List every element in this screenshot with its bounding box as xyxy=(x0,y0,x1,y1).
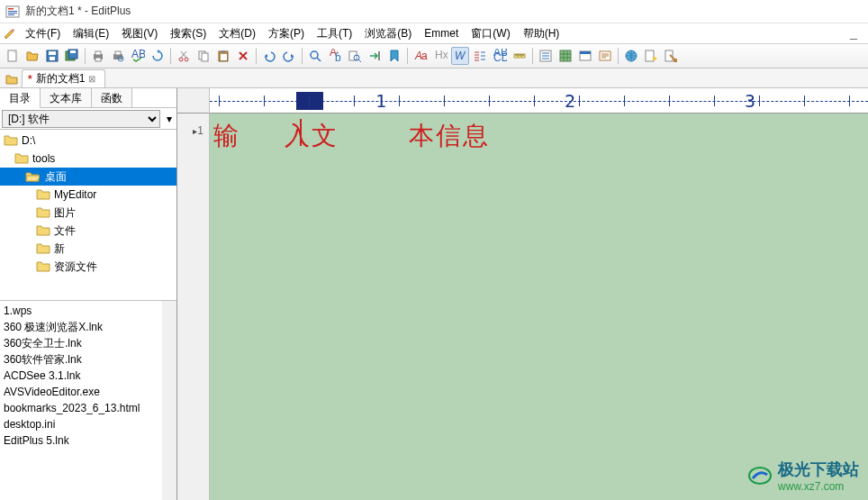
char-button[interactable]: ABCD xyxy=(491,47,509,65)
file-item[interactable]: EditPlus 5.lnk xyxy=(4,432,173,449)
replace-button[interactable]: Ab xyxy=(326,47,344,65)
file-item[interactable]: 360安全卫士.lnk xyxy=(4,335,173,351)
toolbar: ABC Ab Aa Hx W ABCD xyxy=(0,43,868,68)
svg-rect-25 xyxy=(221,54,227,60)
tab-close-button[interactable]: ⊠ xyxy=(88,74,99,85)
print-button[interactable] xyxy=(89,47,107,65)
editor-main: 1 2 3 输 入文 本信息 xyxy=(210,88,868,500)
paste-button[interactable] xyxy=(214,47,232,65)
tree-item[interactable]: MyEditor xyxy=(0,186,176,204)
ruler-selection xyxy=(296,92,323,110)
output-button[interactable] xyxy=(596,47,614,65)
menu-window[interactable]: 窗口(W) xyxy=(466,25,515,42)
minimize-button[interactable]: _ xyxy=(846,25,861,40)
folder-icon xyxy=(14,152,29,165)
menu-emmet[interactable]: Emmet xyxy=(419,26,464,41)
drive-selector-row: [D:] 软件 ▾ xyxy=(0,108,176,130)
hex-button[interactable]: Hx xyxy=(431,47,449,65)
watermark-url: www.xz7.com xyxy=(778,480,859,493)
tree-item-root[interactable]: D:\ xyxy=(0,132,176,150)
tree-item[interactable]: tools xyxy=(0,150,176,168)
text-editor[interactable]: 输 入文 本信息 xyxy=(210,114,868,500)
indent-button[interactable] xyxy=(471,47,489,65)
spellcheck-button[interactable]: ABC xyxy=(129,47,147,65)
menu-edit[interactable]: 编辑(E) xyxy=(68,25,114,42)
save-button[interactable] xyxy=(43,47,61,65)
svg-rect-13 xyxy=(95,51,101,55)
redo-button[interactable] xyxy=(280,47,298,65)
file-item[interactable]: 360 极速浏览器X.lnk xyxy=(4,319,173,335)
delete-button[interactable] xyxy=(234,47,252,65)
goto-button[interactable] xyxy=(366,47,384,65)
watermark: 极光下载站 www.xz7.com xyxy=(747,459,859,493)
horizontal-ruler[interactable]: 1 2 3 xyxy=(210,88,868,114)
menu-tool[interactable]: 工具(T) xyxy=(312,25,357,42)
cut-button[interactable] xyxy=(175,47,193,65)
scrollbar[interactable] xyxy=(162,301,176,500)
menu-view[interactable]: 视图(V) xyxy=(116,25,163,42)
line-number-gutter: ▸1 xyxy=(177,114,209,138)
sidebar-tab-cliptext[interactable]: 文本库 xyxy=(41,88,92,107)
file-item[interactable]: ACDSee 3.1.lnk xyxy=(4,368,173,384)
ruler-number: 1 xyxy=(375,90,386,112)
bookmark-button[interactable] xyxy=(385,47,403,65)
folder-tree[interactable]: D:\ tools 桌面 MyEditor 图片 文件 xyxy=(0,130,176,301)
menu-help[interactable]: 帮助(H) xyxy=(518,25,565,42)
new-file-button[interactable] xyxy=(4,47,22,65)
cliptext-button[interactable] xyxy=(576,47,594,65)
text-content: 输 入文 本信息 xyxy=(213,119,490,153)
document-tab[interactable]: * 新的文档1 ⊠ xyxy=(22,69,105,87)
file-list[interactable]: 1.wps 360 极速浏览器X.lnk 360安全卫士.lnk 360软件管家… xyxy=(0,301,176,500)
menu-doc[interactable]: 文档(D) xyxy=(213,25,261,42)
menu-file[interactable]: 文件(F) xyxy=(20,25,66,42)
folder-icon[interactable] xyxy=(4,71,20,87)
line-number: 1 xyxy=(197,124,203,137)
drive-select[interactable]: [D:] 软件 xyxy=(2,110,160,128)
toolbar-separator xyxy=(532,48,533,64)
open-file-button[interactable] xyxy=(23,47,41,65)
find-button[interactable] xyxy=(306,47,324,65)
print-preview-button[interactable] xyxy=(109,47,127,65)
file-item[interactable]: 360软件管家.lnk xyxy=(4,351,173,368)
file-item[interactable]: desktop.ini xyxy=(4,416,173,432)
svg-rect-31 xyxy=(378,51,380,60)
app-icon xyxy=(5,5,20,19)
tree-item[interactable]: 资源文件 xyxy=(0,258,176,276)
menu-project[interactable]: 方案(P) xyxy=(263,25,310,42)
ruler-button[interactable] xyxy=(511,47,529,65)
drive-dropdown-button[interactable]: ▾ xyxy=(162,110,176,128)
find-in-files-button[interactable] xyxy=(346,47,364,65)
sidebar-tab-functions[interactable]: 函数 xyxy=(92,88,132,107)
table-button[interactable] xyxy=(556,47,574,65)
svg-rect-45 xyxy=(646,50,654,61)
save-all-button[interactable] xyxy=(63,47,81,65)
sidebar-tab-directory[interactable]: 目录 xyxy=(0,88,41,108)
undo-button[interactable] xyxy=(260,47,278,65)
svg-point-26 xyxy=(311,51,318,59)
copy-button[interactable] xyxy=(194,47,212,65)
settings-button[interactable] xyxy=(662,47,680,65)
todo-button[interactable] xyxy=(537,47,555,65)
menu-search[interactable]: 搜索(S) xyxy=(165,25,212,42)
folder-icon xyxy=(36,224,50,237)
svg-rect-47 xyxy=(674,59,677,62)
tree-item[interactable]: 文件 xyxy=(0,222,176,240)
tree-item-selected[interactable]: 桌面 xyxy=(0,168,176,186)
menu-browser[interactable]: 浏览器(B) xyxy=(359,25,417,42)
svg-rect-7 xyxy=(49,51,56,55)
run-button[interactable] xyxy=(642,47,660,65)
file-item[interactable]: AVSVideoEditor.exe xyxy=(4,384,173,400)
browser-button[interactable] xyxy=(622,47,640,65)
tree-item[interactable]: 图片 xyxy=(0,204,176,222)
watermark-text: 极光下载站 xyxy=(778,459,859,480)
wordwrap-button[interactable]: W xyxy=(451,47,469,65)
svg-point-20 xyxy=(185,58,188,61)
font-style-button[interactable]: Aa xyxy=(411,47,429,65)
folder-icon xyxy=(36,188,50,201)
file-item[interactable]: bookmarks_2023_6_13.html xyxy=(4,400,173,416)
tree-item[interactable]: 新 xyxy=(0,240,176,258)
file-item[interactable]: 1.wps xyxy=(4,303,173,319)
svg-rect-1 xyxy=(8,8,14,10)
reload-button[interactable] xyxy=(149,47,167,65)
svg-text:ABC: ABC xyxy=(131,49,145,60)
